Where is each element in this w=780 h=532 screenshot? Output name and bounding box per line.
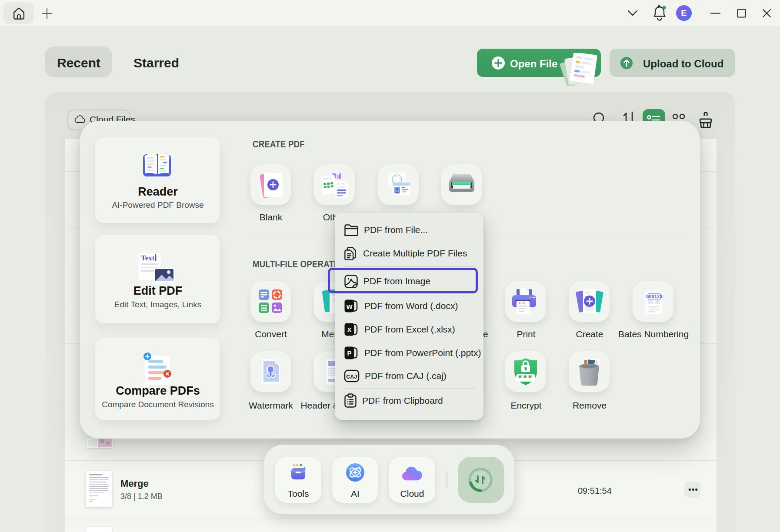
svg-text:P: P [347,349,351,357]
svg-text:Text: Text [141,254,155,262]
svg-text:***: *** [518,372,533,383]
svg-text:CAJ: CAJ [346,374,357,380]
svg-text:X: X [347,326,351,333]
svg-text:000123: 000123 [646,294,662,299]
svg-text:W: W [346,303,353,310]
